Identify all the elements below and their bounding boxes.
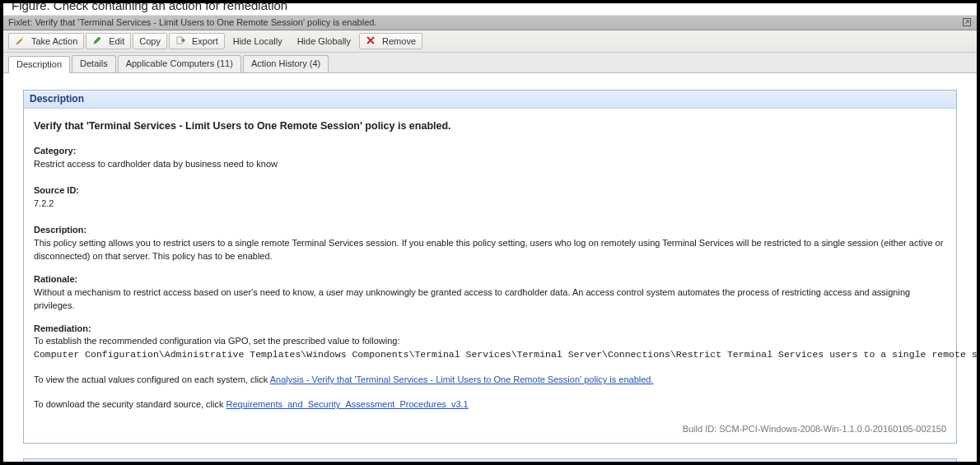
download-line: To download the security standard source… — [34, 398, 946, 412]
remove-icon — [366, 35, 379, 47]
fixlet-title-text: Fixlet: Verify that 'Terminal Services -… — [8, 17, 376, 27]
description-label: Description: — [34, 224, 946, 237]
description-panel-body: Verify that 'Terminal Services - Limit U… — [24, 109, 956, 443]
hide-locally-button[interactable]: Hide Locally — [226, 33, 289, 49]
edit-label: Edit — [109, 36, 124, 46]
source-id-value: 7.2.2 — [34, 198, 946, 211]
hide-locally-label: Hide Locally — [233, 36, 282, 46]
analysis-line: To view the actual values configured on … — [34, 374, 946, 387]
wand-icon — [15, 35, 28, 47]
popout-icon[interactable] — [962, 17, 972, 30]
download-link[interactable]: Requirements_and_Security_Assessment_Pro… — [226, 399, 469, 409]
figure-caption: Figure. Check containing an action for r… — [3, 0, 977, 15]
tab-bar: Description Details Applicable Computers… — [3, 53, 977, 73]
tab-details[interactable]: Details — [72, 55, 116, 72]
svg-point-1 — [22, 37, 24, 39]
source-id-label: Source ID: — [34, 184, 946, 198]
rationale-value: Without a mechanism to restrict access b… — [34, 286, 946, 313]
actions-panel-heading: Actions — [24, 459, 956, 465]
rationale-label: Rationale: — [34, 273, 946, 286]
analysis-link[interactable]: Analysis - Verify that 'Terminal Service… — [270, 374, 654, 384]
take-action-label: Take Action — [31, 36, 77, 46]
edit-button[interactable]: Edit — [86, 33, 131, 49]
hide-globally-label: Hide Globally — [297, 36, 351, 46]
tab-description[interactable]: Description — [8, 56, 70, 73]
remove-button[interactable]: Remove — [359, 33, 422, 49]
tab-action-history[interactable]: Action History (4) — [243, 55, 329, 72]
copy-label: Copy — [139, 36, 161, 46]
category-label: Category: — [34, 145, 946, 158]
actions-panel: Actions Click here to execute remediatio… — [23, 458, 957, 465]
download-pre-text: To download the security standard source… — [34, 399, 226, 409]
remediation-path: Computer Configuration\Administrative Te… — [34, 348, 946, 362]
content-area: Description Verify that 'Terminal Servic… — [3, 73, 977, 465]
description-value: This policy setting allows you to restri… — [34, 237, 946, 263]
description-panel: Description Verify that 'Terminal Servic… — [23, 90, 957, 444]
hide-globally-button[interactable]: Hide Globally — [291, 33, 357, 49]
copy-button[interactable]: Copy — [133, 33, 167, 49]
export-label: Export — [192, 36, 218, 46]
build-id: Build ID: SCM-PCI-Windows-2008-Win-1.1.0… — [34, 423, 946, 436]
remediation-label: Remediation: — [34, 323, 946, 336]
tab-applicable-computers[interactable]: Applicable Computers (11) — [118, 55, 241, 72]
remediation-line1: To establish the recommended configurati… — [34, 335, 946, 348]
analysis-pre-text: To view the actual values configured on … — [34, 374, 270, 384]
fixlet-heading: Verify that 'Terminal Services - Limit U… — [34, 119, 946, 133]
description-panel-heading: Description — [24, 91, 956, 109]
take-action-button[interactable]: Take Action — [8, 33, 84, 49]
export-icon — [175, 35, 189, 47]
fixlet-title-bar: Fixlet: Verify that 'Terminal Services -… — [3, 15, 977, 30]
toolbar: Take Action Edit Copy Export Hide Locall… — [3, 30, 977, 53]
pencil-icon — [92, 35, 105, 47]
export-button[interactable]: Export — [169, 33, 225, 49]
category-value: Restrict access to cardholder data by bu… — [34, 158, 946, 171]
remove-label: Remove — [382, 36, 416, 46]
